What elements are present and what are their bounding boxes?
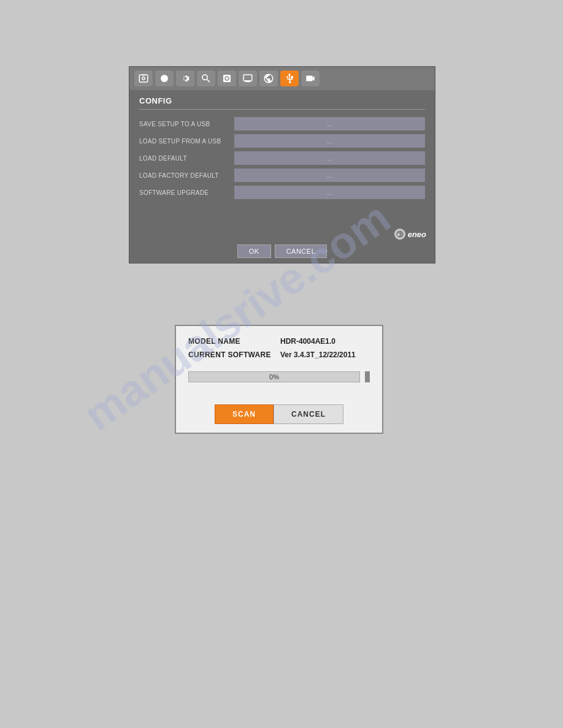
model-name-value: HDR-4004AE1.0 bbox=[280, 337, 335, 346]
current-software-value: Ver 3.4.3T_12/22/2011 bbox=[280, 351, 356, 359]
svg-point-0 bbox=[161, 75, 168, 82]
usb-config-icon[interactable] bbox=[280, 70, 299, 86]
network-icon[interactable] bbox=[218, 70, 236, 86]
load-factory-value[interactable]: ... bbox=[234, 169, 425, 182]
scan-button[interactable]: SCAN bbox=[215, 404, 274, 424]
cancel-button-config[interactable]: CANCEL bbox=[275, 245, 327, 258]
software-upgrade-label: SOFTWARE UPGRADE bbox=[139, 189, 234, 196]
search-icon[interactable] bbox=[197, 70, 215, 86]
config-row-default: LOAD DEFAULT ... bbox=[139, 151, 425, 165]
config-row-upgrade: SOFTWARE UPGRADE ... bbox=[139, 186, 425, 199]
record-icon[interactable] bbox=[155, 70, 174, 86]
progress-end-mark bbox=[365, 371, 370, 382]
progress-area: 0% bbox=[188, 371, 370, 382]
config-row-save: SAVE SETUP TO A USB ... bbox=[139, 117, 425, 131]
load-factory-label: LOAD FACTORY DEFAULT bbox=[139, 172, 234, 179]
load-default-label: LOAD DEFAULT bbox=[139, 155, 234, 162]
upgrade-content: MODEL NAME HDR-4004AE1.0 CURRENT SOFTWAR… bbox=[176, 326, 382, 400]
toolbar bbox=[129, 67, 435, 90]
camera2-icon[interactable] bbox=[301, 70, 320, 86]
svg-text:e: e bbox=[397, 232, 400, 237]
display-icon[interactable] bbox=[239, 70, 257, 86]
eneo-logo: e eneo bbox=[394, 229, 426, 240]
config-row-load: LOAD SETUP FROM A USB ... bbox=[139, 134, 425, 148]
load-default-value[interactable]: ... bbox=[234, 151, 425, 165]
software-row: CURRENT SOFTWARE Ver 3.4.3T_12/22/2011 bbox=[188, 351, 370, 359]
load-usb-value[interactable]: ... bbox=[234, 134, 425, 148]
eneo-logo-text: eneo bbox=[408, 230, 426, 239]
cancel-button-upgrade[interactable]: CANCEL bbox=[274, 404, 343, 424]
config-content: CONFIG SAVE SETUP TO A USB ... LOAD SETU… bbox=[129, 90, 435, 240]
eneo-logo-icon: e bbox=[394, 229, 405, 240]
save-usb-value[interactable]: ... bbox=[234, 117, 425, 131]
progress-text: 0% bbox=[189, 372, 359, 382]
camera-icon[interactable] bbox=[134, 70, 153, 86]
software-upgrade-value[interactable]: ... bbox=[234, 186, 425, 199]
model-name-label: MODEL NAME bbox=[188, 337, 280, 346]
ok-button[interactable]: OK bbox=[237, 245, 271, 258]
upgrade-dialog: MODEL NAME HDR-4004AE1.0 CURRENT SOFTWAR… bbox=[175, 325, 383, 434]
save-usb-label: SAVE SETUP TO A USB bbox=[139, 121, 234, 127]
progress-bar-container: 0% bbox=[188, 371, 360, 382]
upgrade-buttons: SCAN CANCEL bbox=[176, 400, 382, 433]
globe-icon[interactable] bbox=[259, 70, 278, 86]
config-buttons: OK CANCEL bbox=[129, 240, 435, 263]
settings-icon[interactable] bbox=[176, 70, 194, 86]
config-panel: CONFIG SAVE SETUP TO A USB ... LOAD SETU… bbox=[129, 66, 435, 264]
config-row-factory: LOAD FACTORY DEFAULT ... bbox=[139, 169, 425, 182]
current-software-label: CURRENT SOFTWARE bbox=[188, 351, 280, 359]
load-usb-label: LOAD SETUP FROM A USB bbox=[139, 138, 234, 145]
model-name-row: MODEL NAME HDR-4004AE1.0 bbox=[188, 337, 370, 346]
config-title: CONFIG bbox=[139, 96, 425, 110]
